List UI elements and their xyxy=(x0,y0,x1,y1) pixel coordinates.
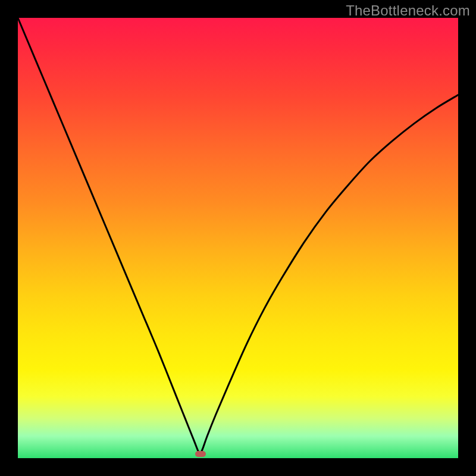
minimum-marker xyxy=(195,451,206,457)
plot-area xyxy=(18,18,458,458)
bottleneck-curve xyxy=(18,18,458,458)
chart-frame: TheBottleneck.com xyxy=(0,0,476,476)
watermark-text: TheBottleneck.com xyxy=(346,2,470,19)
